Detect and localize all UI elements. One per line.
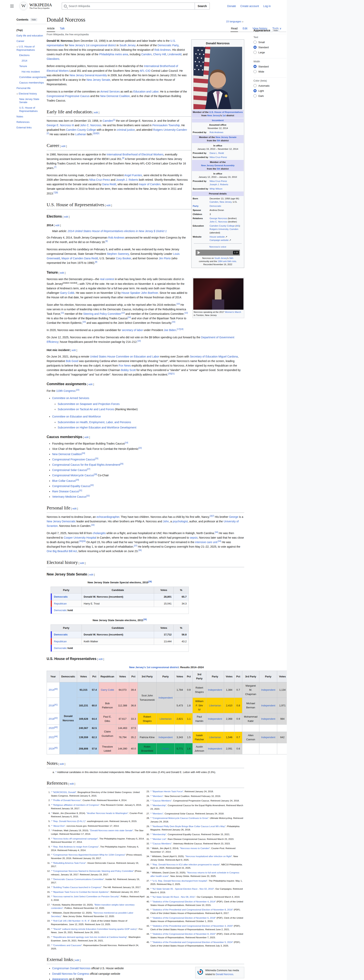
ref-link[interactable]: [7][8] [54, 191, 58, 194]
reference-link[interactable]: "Congressman Norcross Appointed Assistan… [53, 853, 126, 856]
edit-link[interactable]: edit [84, 436, 89, 439]
edit-link[interactable]: edit [99, 657, 103, 660]
user-link-donate[interactable]: Donate [227, 5, 236, 8]
reference-link[interactable]: "Donald Norcross sworn into state Senate… [90, 829, 133, 832]
wiki-link[interactable]: psychologist [173, 520, 188, 523]
reference-link[interactable]: "Roll Call 145 | Bill Number: H. R. 4" [53, 920, 90, 922]
ref-link[interactable]: [24] [82, 452, 85, 454]
ref-link[interactable]: [15] [83, 321, 86, 323]
wiki-link[interactable]: Congressional Equality Caucus [52, 485, 91, 488]
edit-link[interactable]: edit [75, 959, 79, 962]
reference-link[interactable]: "Members" [152, 812, 164, 815]
ref-backlink[interactable]: ^ [51, 812, 52, 815]
wiki-link[interactable]: House website [210, 235, 225, 238]
radio-standard[interactable]: Standard [253, 65, 286, 68]
ref-backlink[interactable]: ^ [150, 799, 151, 802]
ref-link[interactable]: [25] [95, 458, 99, 460]
wiki-link[interactable]: Campaign website [210, 239, 229, 242]
wiki-link[interactable]: Subcommittee on Tactical Air and Land Fo… [58, 408, 114, 411]
wiki-link[interactable]: 5th [217, 139, 220, 142]
wiki-link[interactable]: 2014 [49, 688, 54, 691]
reference-link[interactable]: "Statistics of the Congressional Electio… [152, 900, 216, 903]
ref-backlink[interactable]: ^ [51, 912, 52, 914]
toc-item-u-s-house-of-representatives[interactable]: U.S. House of Representatives [16, 45, 35, 51]
reference-link[interactable]: "Northeast Philly Dem Boyle Brings Blue … [152, 825, 226, 828]
wiki-link[interactable]: Republican [54, 640, 67, 643]
wiki-link[interactable]: Subcommittee on Higher Education and Wor… [58, 426, 136, 429]
wiki-link[interactable]: Cory Booker [116, 257, 131, 260]
ref-link[interactable]: ,[12] [121, 312, 125, 314]
wiki-link[interactable]: Dana Redd [102, 183, 116, 186]
reference-link[interactable]: "Norcross hospitalized after infection o… [185, 855, 232, 858]
wiki-link[interactable]: Nilsa Cruz-Perez [210, 156, 227, 159]
wiki-link[interactable]: Republican [54, 602, 67, 605]
ref-link[interactable]: [39] [143, 618, 147, 620]
wikipedia-logo[interactable]: WIKIPEDIA The Free Encyclopedia [19, 2, 52, 10]
ref-link[interactable]: [38] [148, 581, 152, 582]
wiki-link[interactable]: Libertarian [209, 736, 221, 739]
wiki-link[interactable]: Mayor of Camden Dana Redd [61, 257, 98, 260]
collapse-caret-icon[interactable]: ∨ [16, 93, 18, 95]
ref-link[interactable]: [6] [122, 157, 124, 159]
wiki-link[interactable]: real contest [100, 278, 114, 281]
wiki-link[interactable]: Fox News [119, 364, 131, 367]
ref-backlink[interactable]: ^ [51, 886, 52, 889]
ref-backlink[interactable]: ^ [150, 838, 151, 840]
wiki-link[interactable]: Subcommittee on Seapower and Projection … [58, 402, 119, 406]
tab-talk[interactable]: Talk [59, 25, 65, 32]
wiki-link[interactable]: Garry Cobb [101, 688, 114, 691]
wiki-link[interactable]: cholangitis [93, 531, 106, 535]
ref-link[interactable]: [35][36] [79, 540, 86, 542]
ref-backlink[interactable]: ^ [51, 944, 52, 947]
languages-button[interactable]: 15 languages ∨ [226, 20, 244, 23]
ref-link[interactable]: [14] [127, 317, 131, 318]
ref-link[interactable]: [37] [134, 545, 137, 547]
ref-link[interactable]: [8] [95, 261, 97, 263]
wiki-link[interactable]: Nilsa Cruz-Perez [210, 180, 227, 183]
toc-item-external-links[interactable]: External links [16, 126, 32, 129]
wiki-link[interactable]: John [163, 520, 169, 523]
wiki-link[interactable]: 2014 United States House of Representati… [68, 229, 167, 233]
wiki-link[interactable]: 2022 [49, 736, 54, 739]
toc-item-early-life-and-education[interactable]: Early life and education [16, 34, 43, 37]
ref-backlink[interactable]: ^ [150, 812, 151, 815]
edit-link[interactable]: edit [89, 573, 93, 576]
ref-backlink[interactable]: ^ [150, 941, 151, 943]
ref-backlink[interactable]: ^ [51, 799, 52, 802]
wiki-link[interactable]: South Jersey [119, 44, 135, 47]
edit-link[interactable]: edit [60, 271, 64, 274]
wiki-link[interactable]: One Big Beautiful Bill Act [47, 550, 77, 553]
ref-backlink[interactable]: ^ [51, 853, 52, 856]
ref-backlink[interactable]: ^ [150, 804, 151, 807]
ref-backlink[interactable]: ^ [150, 817, 151, 819]
reference-link[interactable]: "Statistics of the Congressional Electio… [152, 916, 216, 919]
reference-link[interactable]: "Members" [152, 795, 164, 797]
ref-backlink[interactable]: ^ [150, 932, 151, 935]
ref-backlink[interactable]: ^ [150, 795, 151, 797]
radio-light[interactable]: Light [253, 89, 286, 92]
ref-backlink[interactable]: ^ [150, 871, 151, 874]
ref-link[interactable]: [11] [61, 312, 64, 314]
ref-backlink[interactable]: ^ [150, 916, 151, 919]
wiki-link[interactable]: Bobby Scott [121, 369, 136, 372]
ref-link[interactable]: [17][18] [177, 328, 183, 330]
ref-backlink[interactable]: ^ [150, 855, 151, 858]
wiki-link[interactable]: criminal justice [117, 128, 135, 131]
ref-link[interactable]: [2][7] [210, 515, 214, 517]
reference-link[interactable]: "About Don" [53, 824, 65, 827]
external-link[interactable]: Congressman Donald Norcross [52, 967, 91, 970]
ref-link[interactable]: [36] [138, 549, 142, 552]
ref-link[interactable]: [10] [176, 303, 180, 305]
wiki-link[interactable]: Committee on Armed Services [52, 396, 89, 399]
ref-backlink[interactable]: ^ [150, 847, 151, 850]
wiki-link[interactable]: New Jersey General Assembly [70, 74, 107, 77]
toc-item-2014[interactable]: 2014 [22, 59, 27, 62]
wiki-link[interactable]: Congressional Motorcycle Caucus [52, 474, 94, 477]
toc-item-personal-life[interactable]: Personal life [16, 87, 30, 89]
wiki-link[interactable]: Garry Cobb [60, 291, 74, 294]
toc-item-caucus-memberships[interactable]: Caucus memberships [19, 81, 44, 84]
edit-link[interactable]: edit [106, 204, 111, 207]
toc-item-tenure[interactable]: Tenure [19, 65, 27, 68]
reference-link[interactable]: "Norcross kicks off congressional campai… [53, 837, 98, 840]
ref-link[interactable]: [42] [54, 717, 58, 719]
